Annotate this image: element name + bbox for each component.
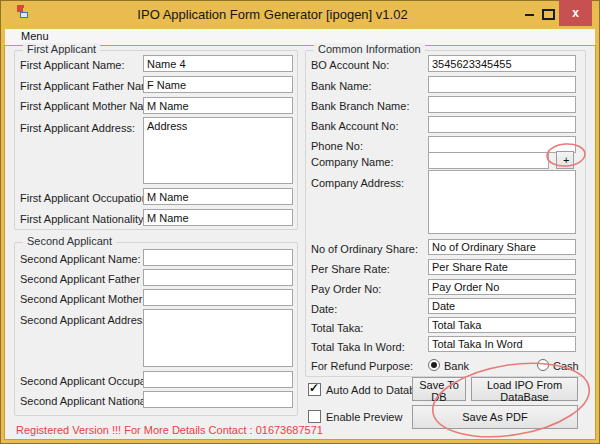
company-name-label: Company Name: (311, 156, 394, 168)
second-occupation-input[interactable] (143, 371, 293, 388)
auto-add-checkbox[interactable]: ✓ (308, 383, 321, 396)
refund-bank-label[interactable]: Bank (444, 360, 469, 372)
first-occupation-label: First Applicant Occupation: (20, 192, 151, 204)
total-taka-input[interactable] (428, 317, 576, 333)
group-second-applicant-title: Second Applicant (23, 235, 116, 247)
bo-account-input[interactable] (428, 55, 576, 72)
second-nationality-input[interactable] (143, 391, 293, 408)
first-father-label: First Applicant Father Name: (20, 80, 159, 92)
client-area: First Applicant First Applicant Name: Fi… (5, 46, 595, 439)
bo-account-label: BO Account No: (311, 59, 389, 71)
refund-cash-radio[interactable] (537, 359, 549, 371)
app-icon (17, 5, 31, 19)
bank-branch-input[interactable] (428, 96, 576, 113)
taka-word-label: Total Taka In Word: (311, 341, 405, 353)
first-address-label: First Applicant Address: (20, 122, 135, 134)
bank-name-input[interactable] (428, 76, 576, 93)
phone-input[interactable] (428, 136, 576, 153)
bank-branch-label: Bank Branch Name: (311, 100, 409, 112)
second-address-input[interactable] (143, 309, 293, 367)
shares-label: No of Ordinary Share: (311, 243, 418, 255)
second-nationality-label: Second Applicant Nationality: (20, 395, 162, 407)
add-company-button[interactable]: + (556, 151, 574, 169)
bank-account-label: Bank Account No: (311, 120, 398, 132)
maximize-button[interactable] (542, 9, 555, 20)
first-occupation-input[interactable] (143, 188, 293, 205)
first-name-input[interactable] (143, 55, 293, 72)
pay-order-input[interactable] (428, 279, 576, 295)
second-father-input[interactable] (143, 269, 293, 286)
save-as-pdf-button[interactable]: Save As PDF (412, 405, 578, 429)
registered-version-text: Registered Version !!! For More Details … (16, 424, 323, 436)
enable-preview-checkbox[interactable] (308, 410, 321, 423)
group-common-information-title: Common Information (314, 43, 425, 55)
first-name-label: First Applicant Name: (20, 59, 125, 71)
app-window: IPO Application Form Generator [ipogen] … (0, 0, 600, 444)
enable-preview-checkbox-label[interactable]: Enable Preview (326, 411, 402, 423)
first-address-input[interactable]: Address (143, 117, 293, 184)
bank-name-label: Bank Name: (311, 80, 372, 92)
company-address-label: Company Address: (311, 177, 404, 189)
refund-cash-label[interactable]: Cash (553, 360, 579, 372)
refund-purpose-label: For Refund Purpose: (311, 360, 413, 372)
phone-label: Phone No: (311, 140, 363, 152)
first-mother-label: First Applicant Mother Name: (20, 100, 162, 112)
second-name-label: Second Applicant Name: (20, 253, 140, 265)
rate-input[interactable] (428, 259, 576, 275)
company-address-input[interactable] (428, 170, 576, 234)
total-taka-label: Total Taka: (311, 322, 363, 334)
first-father-input[interactable] (143, 76, 293, 93)
close-button[interactable]: x (559, 0, 592, 26)
first-nationality-input[interactable] (143, 209, 293, 226)
rate-label: Per Share Rate: (311, 263, 390, 275)
checkmark-icon: ✓ (309, 381, 319, 395)
save-to-db-button[interactable]: Save To DB (412, 377, 466, 401)
date-input[interactable] (428, 298, 576, 314)
menu-item-menu[interactable]: Menu (17, 30, 53, 42)
group-first-applicant-title: First Applicant (23, 43, 100, 55)
second-name-input[interactable] (143, 249, 293, 266)
bank-account-input[interactable] (428, 116, 576, 133)
taka-word-input[interactable] (428, 336, 576, 352)
first-mother-input[interactable] (143, 97, 293, 114)
company-name-input[interactable] (428, 152, 549, 169)
first-nationality-label: First Applicant Nationality: (20, 213, 147, 225)
window-title: IPO Application Form Generator [ipogen] … (40, 7, 505, 22)
load-ipo-from-database-button[interactable]: Load IPO From DataBase (471, 377, 578, 401)
shares-input[interactable] (428, 239, 576, 255)
pay-order-label: Pay Order No: (311, 283, 381, 295)
minimize-button[interactable] (525, 14, 534, 16)
second-mother-input[interactable] (143, 289, 293, 306)
second-address-label: Second Applicant Address: (20, 314, 151, 326)
date-label: Date: (311, 303, 337, 315)
refund-bank-radio[interactable] (428, 359, 440, 371)
title-bar: IPO Application Form Generator [ipogen] … (0, 0, 600, 29)
